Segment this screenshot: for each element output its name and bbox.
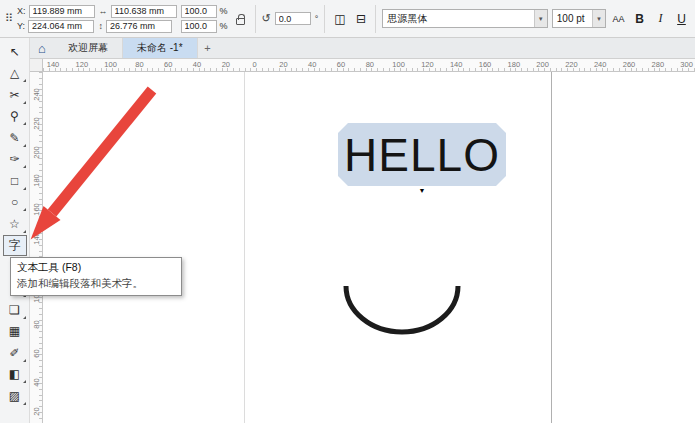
text-tool-icon: 字 xyxy=(9,239,21,251)
shadow-tool-icon: ❏ xyxy=(9,304,20,316)
flyout-indicator-icon xyxy=(23,208,26,211)
ruler-label: 240 xyxy=(32,82,41,108)
eyedropper-tool[interactable]: ✐ xyxy=(3,342,27,364)
ruler-label: 80 xyxy=(135,60,143,69)
ellipse-tool[interactable]: ○ xyxy=(3,192,27,214)
ruler-label: 80 xyxy=(366,60,374,69)
ruler-label: 20 xyxy=(279,60,287,69)
ruler-label: 140 xyxy=(32,226,41,252)
flyout-indicator-icon xyxy=(23,187,26,190)
ruler-label: 40 xyxy=(32,370,41,396)
hello-text: HELLO xyxy=(344,132,500,178)
font-size-value: 100 pt xyxy=(557,13,585,24)
pick-tool-icon: ↖ xyxy=(9,46,19,58)
ruler-label: 100 xyxy=(392,60,405,69)
text-tool-tooltip: 文本工具 (F8) 添加和编辑段落和美术字。 xyxy=(10,257,182,296)
drawing-canvas[interactable]: HELLO ▼ xyxy=(43,72,695,423)
scale-v-input[interactable] xyxy=(181,20,217,33)
document-tab-bar: ⌂ 欢迎屏幕未命名 -1* + xyxy=(30,38,695,59)
smile-curve-object[interactable] xyxy=(336,280,468,350)
property-bar: ⠿ X: Y: ↔ ↕ % % ↺ xyxy=(0,0,695,38)
vertical-ruler[interactable]: 24022020018016014012010080604020 xyxy=(30,72,43,423)
freehand-tool[interactable]: ✎ xyxy=(3,127,27,149)
ellipse-tool-icon: ○ xyxy=(11,196,18,208)
flyout-indicator-icon xyxy=(23,144,26,147)
flyout-indicator-icon xyxy=(23,230,26,233)
rectangle-tool-icon: □ xyxy=(11,175,18,187)
ruler-label: 20 xyxy=(222,60,230,69)
font-family-select[interactable]: 思源黑体 ▼ xyxy=(382,9,547,28)
shadow-tool[interactable]: ❏ xyxy=(3,299,27,321)
page-right-edge xyxy=(551,72,552,423)
shape-tool-icon: △ xyxy=(10,67,19,79)
object-width-icon: ↔ xyxy=(99,7,108,16)
tooltip-description: 添加和编辑段落和美术字。 xyxy=(17,277,175,291)
new-tab-button[interactable]: + xyxy=(198,38,218,58)
scale-v-percent-label: % xyxy=(220,21,228,31)
edit-text-button[interactable]: AA xyxy=(610,9,627,28)
zoom-tool[interactable]: ⚲ xyxy=(3,106,27,128)
text-tool[interactable]: 字 xyxy=(3,235,27,257)
chevron-down-icon[interactable]: ▼ xyxy=(534,10,547,27)
polygon-tool[interactable]: ☆ xyxy=(3,213,27,235)
tab-1[interactable]: 欢迎屏幕 xyxy=(54,38,123,58)
y-input[interactable] xyxy=(28,20,94,33)
angle-input[interactable] xyxy=(275,12,311,25)
font-size-select[interactable]: 100 pt ▼ xyxy=(552,9,606,28)
ruler-label: 120 xyxy=(421,60,434,69)
lock-icon xyxy=(236,18,245,25)
text-flow-marker[interactable]: ▼ xyxy=(414,187,430,194)
ruler-label: 60 xyxy=(32,341,41,367)
divider xyxy=(324,5,325,33)
bold-button[interactable]: B xyxy=(631,9,648,28)
home-button[interactable]: ⌂ xyxy=(30,38,54,58)
x-input[interactable] xyxy=(29,5,95,18)
ruler-label: 300 xyxy=(680,60,693,69)
scale-h-input[interactable] xyxy=(181,5,217,18)
crop-tool[interactable]: ✂ xyxy=(3,84,27,106)
zoom-tool-icon: ⚲ xyxy=(10,110,19,122)
ruler-label: 260 xyxy=(623,60,636,69)
font-family-value: 思源黑体 xyxy=(387,12,427,26)
ruler-label: 180 xyxy=(32,168,41,194)
tooltip-title: 文本工具 (F8) xyxy=(17,261,175,275)
toolbox: ↖△✂⚲✎✑□○☆字∕∟❏▦✐◧▨ xyxy=(0,38,30,423)
horizontal-ruler[interactable]: 1401201008060402002040608010012014016018… xyxy=(43,59,695,72)
shape-tool[interactable]: △ xyxy=(3,63,27,85)
polygon-tool-icon: ☆ xyxy=(9,218,20,230)
ruler-label: 180 xyxy=(508,60,521,69)
ruler-label: 140 xyxy=(47,60,60,69)
artistic-media-tool-icon: ✑ xyxy=(9,153,19,165)
ruler-label: 60 xyxy=(164,60,172,69)
italic-button[interactable]: I xyxy=(652,9,669,28)
lock-ratio-button[interactable] xyxy=(232,9,249,28)
y-label: Y: xyxy=(17,21,25,31)
flyout-indicator-icon xyxy=(23,380,26,383)
ruler-label: 220 xyxy=(565,60,578,69)
rectangle-tool[interactable]: □ xyxy=(3,170,27,192)
pick-tool[interactable]: ↖ xyxy=(3,41,27,63)
flyout-indicator-icon xyxy=(23,79,26,82)
tab-list: 欢迎屏幕未命名 -1* xyxy=(54,38,198,58)
scale-fields: % % xyxy=(181,5,228,33)
mirror-horizontal-button[interactable]: ◫ xyxy=(331,9,348,28)
transparency-tool[interactable]: ▦ xyxy=(3,321,27,343)
ruler-label: 220 xyxy=(32,110,41,136)
ruler-corner xyxy=(30,59,43,72)
width-input[interactable] xyxy=(111,5,177,18)
ruler-label: 140 xyxy=(450,60,463,69)
underline-button[interactable]: U xyxy=(673,9,690,28)
ruler-label: 80 xyxy=(32,312,41,338)
fill-tool-icon: ◧ xyxy=(9,368,20,380)
chevron-down-icon[interactable]: ▼ xyxy=(592,10,605,27)
selected-text-object[interactable]: HELLO xyxy=(338,123,506,186)
height-input[interactable] xyxy=(106,20,172,33)
artistic-media-tool[interactable]: ✑ xyxy=(3,149,27,171)
fill-tool[interactable]: ◧ xyxy=(3,364,27,386)
ruler-label: 40 xyxy=(308,60,316,69)
mirror-vertical-button[interactable]: ⊟ xyxy=(352,9,369,28)
scale-h-percent-label: % xyxy=(220,6,228,16)
ruler-label: 240 xyxy=(594,60,607,69)
tab-2[interactable]: 未命名 -1* xyxy=(123,38,198,58)
smart-fill-tool[interactable]: ▨ xyxy=(3,385,27,407)
